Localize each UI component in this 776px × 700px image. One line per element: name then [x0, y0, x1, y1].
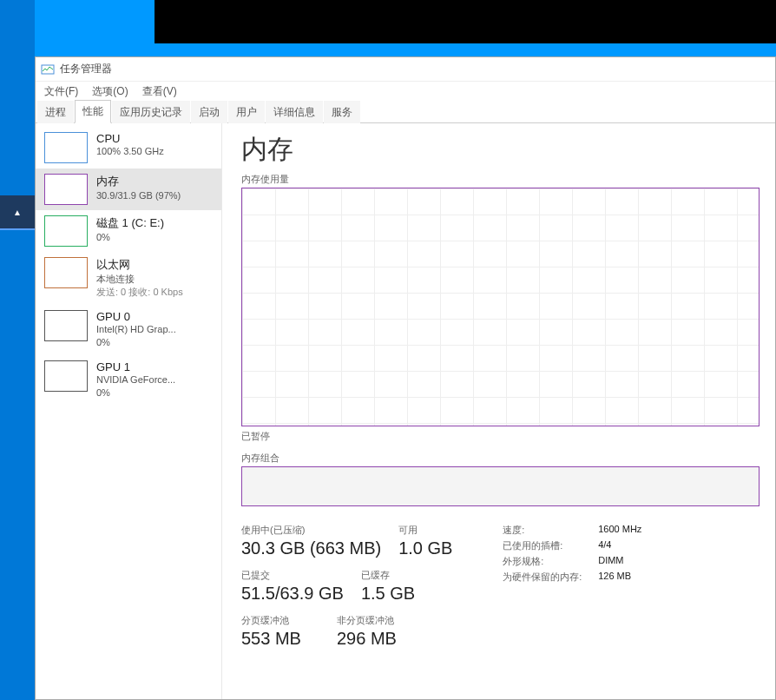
- sidebar-mem-sub: 30.9/31.9 GB (97%): [96, 189, 213, 202]
- sidebar: CPU 100% 3.50 GHz 内存 30.9/31.9 GB (97%) …: [36, 123, 222, 699]
- sidebar-gpu1-title: GPU 1: [96, 360, 213, 373]
- tab-services[interactable]: 服务: [324, 101, 360, 123]
- sidebar-gpu0-sub2: 0%: [96, 336, 213, 349]
- paged-value: 553 MB: [241, 629, 319, 649]
- task-manager-window: 任务管理器 文件(F) 选项(O) 查看(V) 进程 性能 应用历史记录 启动 …: [35, 56, 776, 700]
- stats-left: 使用中(已压缩) 30.3 GB (663 MB) 可用 1.0 GB 已提交 …: [241, 524, 477, 649]
- committed-label: 已提交: [241, 569, 344, 582]
- sidebar-gpu1-sub1: NVIDIA GeForce...: [96, 373, 213, 386]
- available-value: 1.0 GB: [398, 538, 477, 558]
- window-title: 任务管理器: [60, 62, 112, 76]
- form-key: 外形规格:: [503, 555, 598, 568]
- in-use-label: 使用中(已压缩): [241, 524, 381, 537]
- paused-label: 已暂停: [241, 430, 760, 443]
- nonpaged-label: 非分页缓冲池: [337, 614, 415, 627]
- tab-startup[interactable]: 启动: [191, 101, 227, 123]
- cached-value: 1.5 GB: [361, 584, 439, 604]
- tab-processes[interactable]: 进程: [37, 101, 74, 123]
- sidebar-item-cpu[interactable]: CPU 100% 3.50 GHz: [36, 127, 221, 168]
- tabbar: 进程 性能 应用历史记录 启动 用户 详细信息 服务: [36, 101, 775, 123]
- sidebar-disk-title: 磁盘 1 (C: E:): [96, 215, 213, 231]
- sidebar-item-memory[interactable]: 内存 30.9/31.9 GB (97%): [36, 168, 221, 210]
- page-title: 内存: [241, 132, 760, 168]
- nonpaged-value: 296 MB: [337, 629, 415, 649]
- usage-graph-label: 内存使用量: [241, 173, 760, 186]
- desktop-left-bar: [0, 0, 35, 700]
- menubar: 文件(F) 选项(O) 查看(V): [36, 82, 775, 101]
- gpu1-thumb-icon: [44, 360, 88, 392]
- tab-app-history[interactable]: 应用历史记录: [112, 101, 190, 123]
- form-value: DIMM: [598, 555, 623, 568]
- sidebar-item-gpu0[interactable]: GPU 0 Intel(R) HD Grap... 0%: [36, 305, 221, 355]
- sidebar-item-ethernet[interactable]: 以太网 本地连接 发送: 0 接收: 0 Kbps: [36, 252, 221, 305]
- cached-label: 已缓存: [361, 569, 439, 582]
- menu-file[interactable]: 文件(F): [39, 83, 83, 101]
- sidebar-gpu0-title: GPU 0: [96, 310, 213, 323]
- available-label: 可用: [398, 524, 477, 537]
- sidebar-eth-sub1: 本地连接: [96, 273, 213, 286]
- sidebar-item-gpu1[interactable]: GPU 1 NVIDIA GeForce... 0%: [36, 355, 221, 406]
- slots-key: 已使用的插槽:: [503, 539, 598, 552]
- speed-value: 1600 MHz: [598, 524, 641, 537]
- sidebar-cpu-title: CPU: [96, 132, 213, 145]
- paged-label: 分页缓冲池: [241, 614, 319, 627]
- sidebar-gpu0-sub1: Intel(R) HD Grap...: [96, 323, 213, 336]
- app-icon: [41, 63, 55, 76]
- desktop-blue-stripe: [35, 0, 776, 56]
- menu-options[interactable]: 选项(O): [87, 83, 133, 101]
- main-panel: 内存 内存使用量 已暂停 内存组合 使用中(已压缩) 30.3 GB (663 …: [222, 123, 775, 699]
- stats-right: 速度: 1600 MHz 已使用的插槽: 4/4 外形规格: DIMM 为硬件保…: [503, 524, 641, 584]
- tab-performance[interactable]: 性能: [75, 100, 111, 123]
- sidebar-eth-title: 以太网: [96, 257, 213, 273]
- cpu-thumb-icon: [44, 132, 88, 163]
- speed-key: 速度:: [503, 524, 598, 537]
- tab-details[interactable]: 详细信息: [266, 101, 323, 123]
- taskbar-app-icon[interactable]: ▲: [0, 195, 35, 230]
- sidebar-gpu1-sub2: 0%: [96, 386, 213, 400]
- sidebar-disk-sub: 0%: [96, 231, 213, 244]
- in-use-value: 30.3 GB (663 MB): [241, 538, 381, 558]
- memory-composition-graph[interactable]: [241, 466, 760, 506]
- slots-value: 4/4: [598, 539, 611, 552]
- disk-thumb-icon: [44, 215, 88, 247]
- composition-label: 内存组合: [241, 452, 760, 465]
- tab-users[interactable]: 用户: [228, 101, 265, 123]
- memory-usage-graph[interactable]: [241, 188, 760, 426]
- sidebar-cpu-sub: 100% 3.50 GHz: [96, 145, 213, 158]
- memory-thumb-icon: [44, 174, 88, 205]
- menu-view[interactable]: 查看(V): [137, 83, 182, 101]
- reserved-value: 126 MB: [598, 571, 631, 584]
- sidebar-item-disk[interactable]: 磁盘 1 (C: E:) 0%: [36, 210, 221, 252]
- stats-area: 使用中(已压缩) 30.3 GB (663 MB) 可用 1.0 GB 已提交 …: [241, 524, 760, 649]
- sidebar-mem-title: 内存: [96, 174, 213, 189]
- ethernet-thumb-icon: [44, 257, 88, 288]
- sidebar-eth-sub2: 发送: 0 接收: 0 Kbps: [96, 286, 213, 299]
- body: CPU 100% 3.50 GHz 内存 30.9/31.9 GB (97%) …: [36, 123, 775, 699]
- titlebar[interactable]: 任务管理器: [36, 57, 775, 82]
- reserved-key: 为硬件保留的内存:: [503, 571, 598, 584]
- committed-value: 51.5/63.9 GB: [241, 584, 344, 604]
- gpu0-thumb-icon: [44, 310, 88, 341]
